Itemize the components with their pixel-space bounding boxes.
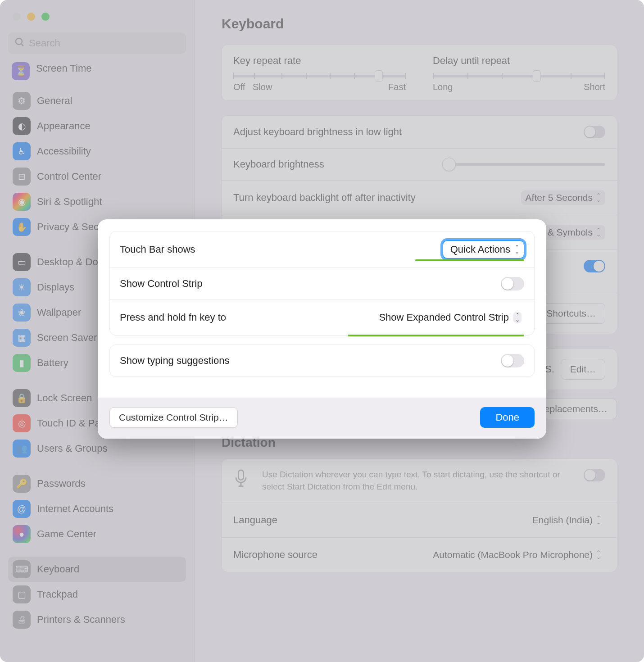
row-typing-suggestions: Show typing suggestions xyxy=(110,345,534,376)
row-label: Show typing suggestions xyxy=(120,355,229,367)
chevron-updown-icon: ⌃⌄ xyxy=(513,312,522,323)
customize-control-strip-button[interactable]: Customize Control Strip… xyxy=(109,407,238,428)
touch-bar-shows-select[interactable]: Quick Actions ⌃⌄ xyxy=(443,240,524,258)
annotation-underline xyxy=(348,335,524,336)
toggle-typing-suggestions[interactable] xyxy=(501,354,524,367)
fn-hold-select[interactable]: Show Expanded Control Strip ⌃⌄ xyxy=(372,309,524,326)
row-fn-hold: Press and hold fn key to Show Expanded C… xyxy=(110,299,534,335)
row-label: Press and hold fn key to xyxy=(120,312,226,323)
annotation-underline xyxy=(415,259,524,261)
row-touch-bar-shows: Touch Bar shows Quick Actions ⌃⌄ xyxy=(110,231,534,268)
row-label: Show Control Strip xyxy=(120,278,202,290)
row-label: Touch Bar shows xyxy=(120,244,195,255)
chevron-updown-icon: ⌃⌄ xyxy=(515,245,519,254)
row-show-control-strip: Show Control Strip xyxy=(110,268,534,299)
done-button[interactable]: Done xyxy=(480,407,535,428)
touch-bar-sheet: Touch Bar shows Quick Actions ⌃⌄ Show Co… xyxy=(98,219,546,439)
toggle-control-strip[interactable] xyxy=(501,277,524,290)
